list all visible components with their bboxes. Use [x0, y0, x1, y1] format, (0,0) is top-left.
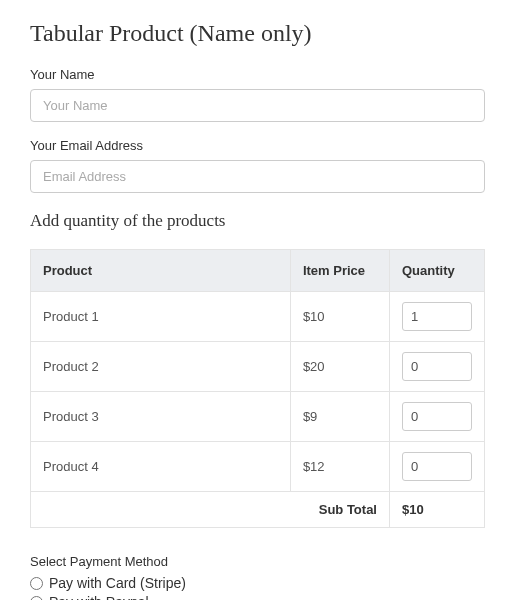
email-input[interactable]: [30, 160, 485, 193]
payment-option-label: Pay with Card (Stripe): [49, 575, 186, 591]
quantity-stepper[interactable]: [402, 452, 472, 481]
payment-option-paypal[interactable]: Pay with Paypal: [30, 594, 485, 600]
payment-title: Select Payment Method: [30, 554, 485, 569]
quantity-stepper[interactable]: [402, 352, 472, 381]
column-header-product: Product: [31, 250, 291, 292]
quantity-stepper[interactable]: [402, 302, 472, 331]
product-price: $12: [290, 442, 389, 492]
payment-option-label: Pay with Paypal: [49, 594, 149, 600]
product-name: Product 4: [31, 442, 291, 492]
product-name: Product 3: [31, 392, 291, 442]
payment-section: Select Payment Method Pay with Card (Str…: [30, 554, 485, 600]
email-field-group: Your Email Address: [30, 138, 485, 193]
email-label: Your Email Address: [30, 138, 485, 153]
table-row: Product 3 $9: [31, 392, 485, 442]
product-name: Product 2: [31, 342, 291, 392]
table-row: Product 1 $10: [31, 292, 485, 342]
payment-option-stripe[interactable]: Pay with Card (Stripe): [30, 575, 485, 591]
product-price: $10: [290, 292, 389, 342]
column-header-price: Item Price: [290, 250, 389, 292]
subtotal-row: Sub Total $10: [31, 492, 485, 528]
subtotal-label: Sub Total: [31, 492, 390, 528]
name-field-group: Your Name: [30, 67, 485, 122]
product-name: Product 1: [31, 292, 291, 342]
page-title: Tabular Product (Name only): [30, 20, 485, 47]
products-heading: Add quantity of the products: [30, 211, 485, 231]
name-input[interactable]: [30, 89, 485, 122]
products-table: Product Item Price Quantity Product 1 $1…: [30, 249, 485, 528]
table-row: Product 2 $20: [31, 342, 485, 392]
product-price: $9: [290, 392, 389, 442]
radio-paypal[interactable]: [30, 596, 43, 601]
radio-stripe[interactable]: [30, 577, 43, 590]
product-price: $20: [290, 342, 389, 392]
subtotal-value: $10: [389, 492, 484, 528]
name-label: Your Name: [30, 67, 485, 82]
table-row: Product 4 $12: [31, 442, 485, 492]
quantity-stepper[interactable]: [402, 402, 472, 431]
column-header-quantity: Quantity: [389, 250, 484, 292]
